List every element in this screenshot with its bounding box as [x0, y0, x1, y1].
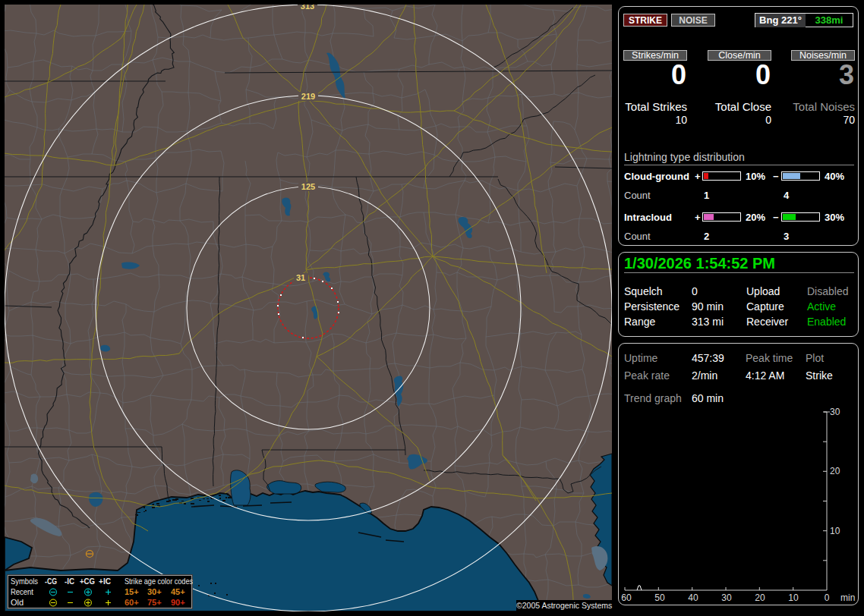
- svg-text:219: 219: [301, 92, 315, 101]
- svg-text:50: 50: [654, 592, 665, 603]
- svg-text:90+: 90+: [171, 598, 185, 607]
- svg-text:40: 40: [688, 592, 698, 603]
- svg-text:Strike age color codes: Strike age color codes: [125, 577, 193, 586]
- svg-text:-IC: -IC: [65, 577, 74, 586]
- svg-text:30: 30: [721, 592, 732, 603]
- svg-text:10: 10: [830, 526, 840, 536]
- svg-text:60+: 60+: [125, 598, 139, 607]
- svg-text:75+: 75+: [147, 598, 162, 607]
- svg-text:0: 0: [825, 592, 830, 603]
- svg-text:30: 30: [830, 407, 840, 417]
- svg-text:125: 125: [301, 182, 315, 191]
- svg-text:-CG: -CG: [45, 577, 57, 586]
- svg-text:+IC: +IC: [99, 577, 111, 586]
- svg-text:Recent: Recent: [11, 587, 33, 596]
- svg-text:min: min: [840, 592, 855, 603]
- svg-text:31: 31: [296, 273, 305, 282]
- svg-text:20: 20: [830, 466, 840, 476]
- svg-text:+CG: +CG: [80, 577, 95, 586]
- svg-text:45+: 45+: [171, 587, 185, 596]
- svg-text:10: 10: [788, 592, 799, 603]
- svg-text:20: 20: [755, 592, 765, 603]
- svg-text:313: 313: [301, 5, 314, 11]
- svg-text:60: 60: [621, 592, 632, 603]
- svg-text:Old: Old: [11, 598, 24, 607]
- svg-text:30+: 30+: [147, 587, 162, 596]
- svg-text:15+: 15+: [125, 587, 139, 596]
- svg-text:Symbols: Symbols: [11, 577, 38, 586]
